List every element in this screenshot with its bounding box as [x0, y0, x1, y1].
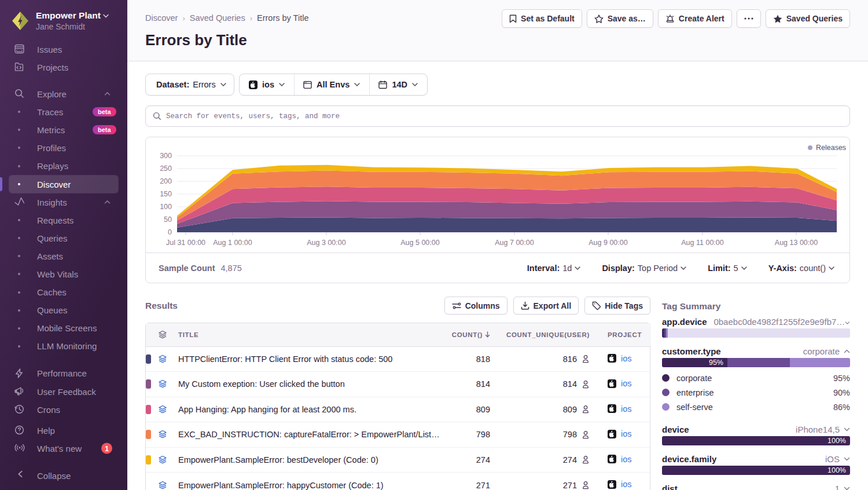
svg-text:150: 150	[160, 190, 172, 198]
svg-text:Jul 31 00:00: Jul 31 00:00	[166, 239, 205, 247]
svg-text:0: 0	[168, 228, 172, 236]
svg-text:Aug 3 00:00: Aug 3 00:00	[307, 239, 345, 247]
svg-text:100: 100	[160, 203, 172, 211]
svg-text:200: 200	[160, 177, 172, 185]
svg-text:300: 300	[160, 152, 172, 160]
svg-text:Releases: Releases	[816, 144, 846, 152]
svg-text:50: 50	[164, 215, 172, 224]
svg-text:Aug 7 00:00: Aug 7 00:00	[495, 239, 534, 247]
svg-text:Aug 9 00:00: Aug 9 00:00	[589, 239, 627, 247]
svg-text:Aug 11 00:00: Aug 11 00:00	[681, 239, 723, 247]
svg-text:Aug 5 00:00: Aug 5 00:00	[400, 239, 439, 247]
svg-text:Aug 13 00:00: Aug 13 00:00	[775, 239, 818, 247]
svg-text:Aug 1 00:00: Aug 1 00:00	[213, 239, 252, 247]
svg-text:250: 250	[160, 164, 172, 173]
